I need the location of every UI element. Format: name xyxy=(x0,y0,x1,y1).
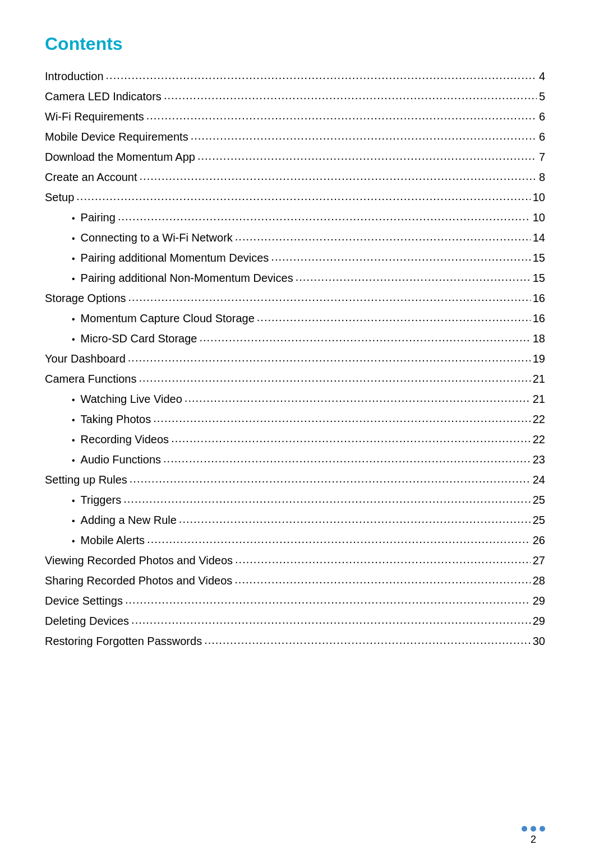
toc-label: Setting up Rules xyxy=(45,471,127,488)
toc-item: Sharing Recorded Photos and Videos28 xyxy=(45,572,545,589)
toc-label: Deleting Devices xyxy=(45,612,129,629)
toc-dots xyxy=(171,430,531,447)
toc-dots xyxy=(131,611,531,628)
toc-label: Mobile Alerts xyxy=(81,532,145,549)
toc-item: Camera Functions21 xyxy=(45,370,545,387)
toc-label: Restoring Forgotten Passwords xyxy=(45,633,202,649)
toc-label: Camera LED Indicators xyxy=(45,88,162,105)
toc-item: Your Dashboard19 xyxy=(45,350,545,367)
bullet-icon: • xyxy=(72,313,75,326)
toc-page-number: 25 xyxy=(533,491,545,508)
toc-page-number: 22 xyxy=(533,411,545,428)
toc-label: Pairing additional Non-Momentum Devices xyxy=(81,270,293,286)
toc-item: •Pairing additional Non-Momentum Devices… xyxy=(45,270,545,286)
footer-dot-3 xyxy=(540,826,545,832)
toc-label: Connecting to a Wi-Fi Network xyxy=(81,229,233,246)
toc-item: Mobile Device Requirements6 xyxy=(45,128,545,145)
toc-label: Taking Photos xyxy=(81,411,151,428)
toc-label: Recording Videos xyxy=(81,431,169,448)
toc-page-number: 4 xyxy=(539,68,545,85)
toc-dots xyxy=(185,389,531,406)
toc-item: Deleting Devices29 xyxy=(45,612,545,629)
toc-page-number: 16 xyxy=(533,290,545,307)
toc-dots xyxy=(163,450,531,467)
toc-label: Your Dashboard xyxy=(45,350,126,367)
toc-page-number: 6 xyxy=(539,108,545,125)
toc-dots xyxy=(123,490,531,507)
toc-page-number: 27 xyxy=(533,552,545,569)
toc-page-number: 16 xyxy=(533,310,545,327)
toc-page-number: 30 xyxy=(533,633,545,649)
toc-dots xyxy=(128,349,531,366)
toc-dots xyxy=(106,67,537,83)
toc-item: •Taking Photos22 xyxy=(45,411,545,428)
toc-dots xyxy=(76,188,530,205)
footer-page-number: 2 xyxy=(531,834,536,846)
toc-label: Sharing Recorded Photos and Videos xyxy=(45,572,232,589)
toc-page-number: 5 xyxy=(539,88,545,105)
toc-page-number: 29 xyxy=(533,612,545,629)
toc-item: Download the Momentum App7 xyxy=(45,148,545,165)
bullet-icon: • xyxy=(72,252,75,266)
toc-dots xyxy=(271,248,530,265)
toc-label: Adding a New Rule xyxy=(81,512,177,528)
toc-item: •Pairing10 xyxy=(45,209,545,226)
bullet-icon: • xyxy=(72,535,75,548)
bullet-icon: • xyxy=(72,333,75,346)
toc-page-number: 7 xyxy=(539,148,545,165)
toc-dots xyxy=(199,329,530,346)
bullet-icon: • xyxy=(72,454,75,467)
toc-dots xyxy=(197,147,537,164)
bullet-icon: • xyxy=(72,414,75,427)
toc-label: Create an Account xyxy=(45,169,137,185)
toc-item: Restoring Forgotten Passwords30 xyxy=(45,633,545,649)
toc-dots xyxy=(204,632,531,648)
toc-item: •Momentum Capture Cloud Storage16 xyxy=(45,310,545,327)
toc-page-number: 29 xyxy=(533,592,545,609)
toc-dots xyxy=(125,591,531,608)
toc-item: Wi-Fi Requirements6 xyxy=(45,108,545,125)
toc-item: Introduction4 xyxy=(45,68,545,85)
toc-page-number: 15 xyxy=(533,249,545,266)
toc-dots xyxy=(191,127,537,144)
toc-page-number: 28 xyxy=(533,572,545,589)
toc-dots xyxy=(164,87,537,104)
toc-dots xyxy=(130,470,531,487)
bullet-icon: • xyxy=(72,514,75,528)
toc-page-number: 21 xyxy=(533,391,545,407)
toc-page-number: 10 xyxy=(533,209,545,226)
toc-dots xyxy=(118,208,531,225)
toc-label: Audio Functions xyxy=(81,451,161,468)
toc-label: Wi-Fi Requirements xyxy=(45,108,144,125)
toc-label: Introduction xyxy=(45,68,104,85)
table-of-contents: Introduction4Camera LED Indicators5Wi-Fi… xyxy=(45,68,545,649)
toc-page-number: 6 xyxy=(539,128,545,145)
toc-item: •Recording Videos22 xyxy=(45,431,545,448)
toc-dots xyxy=(257,309,531,326)
toc-page-number: 19 xyxy=(533,350,545,367)
toc-dots xyxy=(234,571,530,588)
toc-label: Pairing xyxy=(81,209,116,226)
toc-dots xyxy=(235,551,531,568)
toc-dots xyxy=(128,289,531,305)
toc-label: Micro-SD Card Storage xyxy=(81,330,197,347)
toc-item: Create an Account8 xyxy=(45,169,545,185)
toc-label: Pairing additional Momentum Devices xyxy=(81,249,269,266)
bullet-icon: • xyxy=(72,393,75,407)
toc-item: •Pairing additional Momentum Devices15 xyxy=(45,249,545,266)
toc-label: Watching Live Video xyxy=(81,391,182,407)
toc-item: •Micro-SD Card Storage18 xyxy=(45,330,545,347)
toc-page-number: 21 xyxy=(533,370,545,387)
toc-page-number: 10 xyxy=(533,189,545,206)
toc-label: Viewing Recorded Photos and Videos xyxy=(45,552,233,569)
toc-page-number: 25 xyxy=(533,512,545,528)
toc-item: •Adding a New Rule25 xyxy=(45,512,545,528)
toc-page-number: 26 xyxy=(533,532,545,549)
toc-page-number: 22 xyxy=(533,431,545,448)
toc-label: Triggers xyxy=(81,491,122,508)
footer-dot-1 xyxy=(522,826,527,832)
toc-dots xyxy=(153,410,531,426)
toc-page-number: 8 xyxy=(539,169,545,185)
toc-dots xyxy=(235,228,531,245)
toc-dots xyxy=(146,107,537,124)
